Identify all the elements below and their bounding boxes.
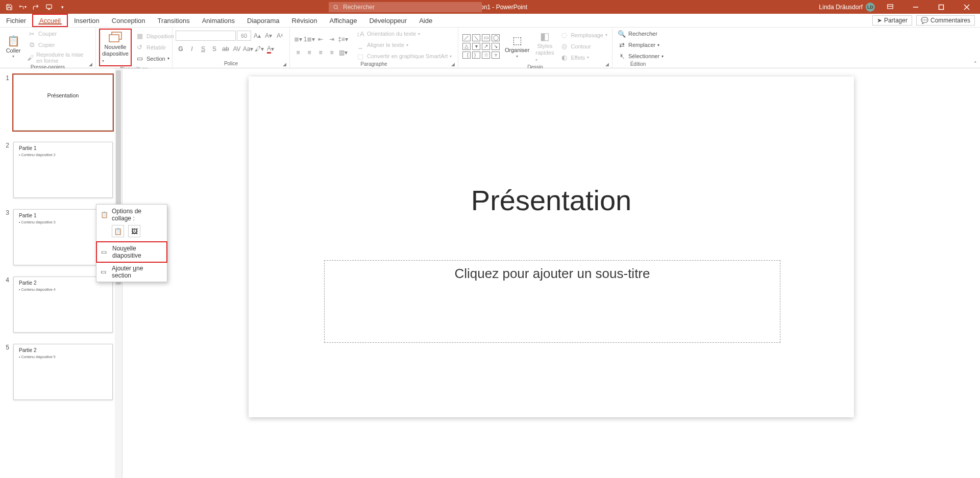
dialog-launcher-icon[interactable]: ◢ <box>451 62 456 67</box>
tab-animations[interactable]: Animations <box>196 14 241 27</box>
thumb-row: 5Partie 2• Contenu diapositive 5 <box>0 342 122 402</box>
tab-fichier[interactable]: Fichier <box>0 14 32 27</box>
paste-keep-formatting-button[interactable]: 📋 <box>112 225 124 237</box>
thumb-number: 1 <box>3 74 9 131</box>
select-icon: ⭶ <box>617 52 626 61</box>
shape-effects-button[interactable]: ◐Effets ▾ <box>558 53 609 63</box>
replace-icon: ⇄ <box>617 40 626 49</box>
format-painter-button[interactable]: 🖌Reproduire la mise en forme <box>26 51 92 64</box>
svg-point-3 <box>334 5 337 9</box>
columns-button[interactable]: ▥▾ <box>338 47 348 58</box>
align-left-button[interactable]: ≡ <box>293 47 303 58</box>
context-new-slide[interactable]: ▭ Nouvelle diapositive <box>96 241 167 263</box>
qat-customize-icon[interactable]: ▾ <box>58 3 66 11</box>
group-label: Édition <box>616 61 660 68</box>
share-button[interactable]: ➤Partager <box>872 15 912 26</box>
comment-icon: 💬 <box>921 17 928 24</box>
tab-transitions[interactable]: Transitions <box>152 14 196 27</box>
line-spacing-button[interactable]: ‡≡▾ <box>338 34 348 44</box>
text-direction-button[interactable]: ↕AOrientation du texte ▾ <box>354 29 453 39</box>
save-icon[interactable] <box>5 3 13 11</box>
collapse-ribbon-icon[interactable]: ˄ <box>974 61 977 67</box>
close-icon[interactable] <box>957 0 977 14</box>
user-name: Linda Dräusdorf <box>819 4 863 11</box>
group-drawing: ／＼▭◯△▾ ↗↘｛｝☆▿ ⬚ Organiser▾ ◧ Styles rapi… <box>458 28 612 68</box>
numbering-button[interactable]: 1≣▾ <box>304 34 314 44</box>
quick-styles-button[interactable]: ◧ Styles rapides ▾ <box>533 29 556 64</box>
tab-révision[interactable]: Révision <box>286 14 324 27</box>
align-text-button[interactable]: ⎯Aligner le texte ▾ <box>354 40 453 50</box>
slide-title[interactable]: Présentation <box>249 184 854 217</box>
slide-editor[interactable]: Présentation Cliquez pour ajouter un sou… <box>122 68 980 478</box>
find-button[interactable]: 🔍Rechercher <box>616 29 665 39</box>
group-label: Paragraphe <box>293 61 455 68</box>
dialog-launcher-icon[interactable]: ◢ <box>89 62 94 67</box>
align-right-button[interactable]: ≡ <box>315 47 326 58</box>
shadow-button[interactable]: S <box>209 44 219 54</box>
italic-button[interactable]: I <box>187 44 197 54</box>
tab-développeur[interactable]: Développeur <box>363 14 413 27</box>
decrease-font-icon[interactable]: A▾ <box>263 31 274 41</box>
current-slide[interactable]: Présentation Cliquez pour ajouter un sou… <box>249 77 854 417</box>
font-size-combo[interactable]: 60 <box>237 31 251 41</box>
thumb-row: 1Présentation <box>0 72 122 133</box>
group-font: 60 A▴ A▾ Aᵡ G I S S ab AV Aa▾ 🖍▾ A▾ Poli… <box>173 28 290 68</box>
slide-thumbnail[interactable]: Présentation <box>13 74 113 131</box>
clear-formatting-icon[interactable]: Aᵡ <box>275 31 285 41</box>
shapes-gallery[interactable]: ／＼▭◯△▾ ↗↘｛｝☆▿ <box>461 33 501 60</box>
highlight-color-button[interactable]: 🖍▾ <box>254 44 264 54</box>
slide-thumbnail[interactable]: Partie 2• Contenu diapositive 5 <box>13 344 113 400</box>
undo-icon[interactable]: ▾ <box>18 3 27 11</box>
redo-icon[interactable] <box>32 3 40 11</box>
font-color-button[interactable]: A▾ <box>265 44 276 54</box>
tab-diaporama[interactable]: Diaporama <box>241 14 286 27</box>
thumb-number: 5 <box>3 344 9 400</box>
bold-button[interactable]: G <box>176 44 186 54</box>
new-slide-button[interactable]: Nouvelle diapositive ▾ <box>99 29 132 66</box>
shape-fill-button[interactable]: ◌Remplissage ▾ <box>558 30 609 40</box>
tab-aide[interactable]: Aide <box>413 14 438 27</box>
arrange-button[interactable]: ⬚ Organiser▾ <box>503 33 531 60</box>
slide-thumbnail[interactable]: Partie 1• Contenu diapositive 2 <box>13 142 113 198</box>
group-editing: 🔍Rechercher ⇄Remplacer ▾ ⭶Sélectionner ▾… <box>612 28 664 68</box>
svg-rect-12 <box>109 35 119 42</box>
bullets-button[interactable]: ≣▾ <box>293 34 303 44</box>
increase-indent-button[interactable]: ⇥ <box>327 34 337 44</box>
slide-thumbnail[interactable]: Partie 2• Contenu diapositive 4 <box>13 276 113 333</box>
replace-button[interactable]: ⇄Remplacer ▾ <box>616 40 665 50</box>
ribbon-display-options-icon[interactable] <box>880 0 900 14</box>
increase-font-icon[interactable]: A▴ <box>252 31 262 41</box>
dialog-launcher-icon[interactable]: ◢ <box>605 62 610 67</box>
paste-button[interactable]: 📋 Coller ▾ <box>3 33 23 60</box>
cut-button[interactable]: ✂Couper <box>26 29 92 39</box>
char-spacing-button[interactable]: AV <box>232 44 242 54</box>
shape-outline-button[interactable]: ◎Contour <box>558 41 609 52</box>
minimize-icon[interactable] <box>905 0 926 14</box>
convert-smartart-button[interactable]: ⬚Convertir en graphique SmartArt ▾ <box>354 51 453 61</box>
strikethrough-button[interactable]: ab <box>220 44 231 54</box>
fill-icon: ◌ <box>559 31 569 40</box>
change-case-button[interactable]: Aa▾ <box>243 44 253 54</box>
tab-insertion[interactable]: Insertion <box>68 14 106 27</box>
select-button[interactable]: ⭶Sélectionner ▾ <box>616 51 665 61</box>
align-center-button[interactable]: ≡ <box>304 47 314 58</box>
arrange-icon: ⬚ <box>509 34 525 47</box>
copy-button[interactable]: ⧉Copier <box>26 40 92 50</box>
new-slide-icon: ▭ <box>101 248 107 256</box>
dialog-launcher-icon[interactable]: ◢ <box>283 62 288 67</box>
search-box[interactable]: Rechercher <box>329 2 482 12</box>
slideshow-icon[interactable] <box>45 3 53 11</box>
tab-accueil[interactable]: Accueil <box>32 14 68 27</box>
maximize-icon[interactable] <box>931 0 951 14</box>
subtitle-placeholder-box=[interactable]: Cliquez pour ajouter un sous-titre <box>324 260 780 343</box>
paste-picture-button[interactable]: 🖼 <box>128 225 140 237</box>
font-name-combo[interactable] <box>176 31 236 41</box>
decrease-indent-button[interactable]: ⇤ <box>315 34 326 44</box>
tab-affichage[interactable]: Affichage <box>323 14 363 27</box>
underline-button[interactable]: S <box>198 44 208 54</box>
context-add-section[interactable]: ▭ Ajouter une section <box>96 262 167 282</box>
tab-conception[interactable]: Conception <box>106 14 152 27</box>
user-info[interactable]: Linda Dräusdorf LD <box>819 3 875 12</box>
comments-button[interactable]: 💬Commentaires <box>916 15 975 26</box>
justify-button[interactable]: ≡ <box>327 47 337 58</box>
